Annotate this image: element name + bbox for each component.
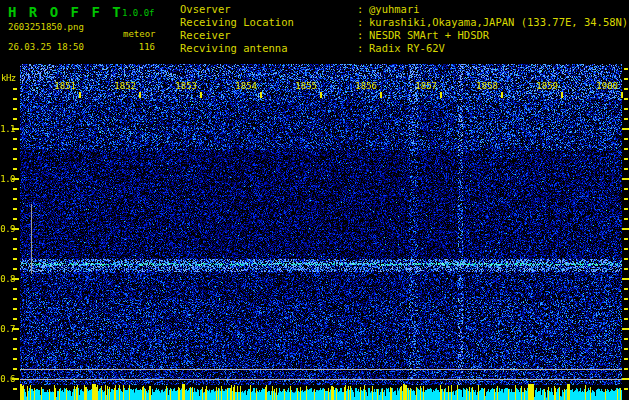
y-axis-unit-label: kHz — [1, 73, 16, 83]
x-tick-label: 1859 — [528, 81, 558, 91]
x-tick-label: 1853 — [167, 81, 197, 91]
x-tick-label: 1856 — [347, 81, 377, 91]
y-tick-label: 1.0 — [0, 174, 15, 184]
x-tick-label: 1854 — [227, 81, 257, 91]
y-tick-label: 0.7 — [0, 324, 15, 334]
y-tick-label: 0.6 — [0, 374, 15, 384]
x-tick-label: 1851 — [46, 81, 76, 91]
x-tick-label: 1858 — [468, 81, 498, 91]
y-tick-label: 0.8 — [0, 274, 15, 284]
hrofft-screen: H R O F F T 1.0.0f 2603251850.png meteor… — [0, 0, 629, 400]
x-tick-label: 1855 — [287, 81, 317, 91]
x-tick-label: 1857 — [407, 81, 437, 91]
y-tick-label: 1.1 — [0, 124, 15, 134]
x-tick-label: 1852 — [106, 81, 136, 91]
x-tick-label: 1900 — [588, 81, 618, 91]
y-tick-label: 0.9 — [0, 224, 15, 234]
axes-ticks-canvas — [0, 0, 629, 400]
